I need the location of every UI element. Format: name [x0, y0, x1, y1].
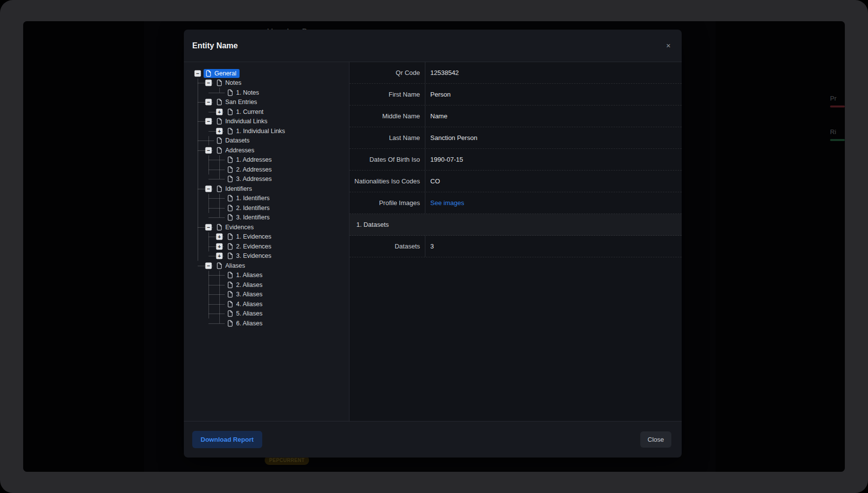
file-icon — [227, 243, 234, 250]
tree-node-addresses[interactable]: −Addresses — [192, 145, 349, 155]
collapse-icon[interactable]: − — [206, 224, 212, 230]
tree-node-content[interactable]: 3. Aliases — [225, 290, 266, 299]
close-button[interactable]: Close — [640, 431, 671, 448]
tree-node-4-aliases[interactable]: 4. Aliases — [192, 299, 349, 309]
collapse-icon[interactable]: − — [195, 70, 201, 76]
detail-value: 3 — [425, 236, 682, 257]
tree-node-content[interactable]: Addresses — [214, 146, 258, 155]
tree-node-1-addresses[interactable]: 1. Addresses — [192, 155, 349, 165]
tree-node-1-aliases[interactable]: 1. Aliases — [192, 271, 349, 281]
tree-node-3-evidences[interactable]: +3. Evidences — [192, 251, 349, 261]
tree-node-3-identifiers[interactable]: 3. Identifiers — [192, 213, 349, 223]
tree-node-label: 5. Aliases — [236, 310, 263, 317]
detail-label: Qr Code — [349, 62, 425, 83]
tree-node-content[interactable]: 1. Aliases — [225, 271, 266, 280]
tree-indent — [192, 309, 203, 319]
expand-icon[interactable]: + — [216, 243, 223, 249]
tree-node-datasets[interactable]: Datasets — [192, 136, 349, 146]
tree-switcher: + — [214, 251, 225, 261]
tree-node-1-identifiers[interactable]: 1. Identifiers — [192, 194, 349, 204]
expand-icon[interactable]: + — [216, 128, 223, 134]
tree-node-3-addresses[interactable]: 3. Addresses — [192, 175, 349, 184]
close-icon[interactable]: ✕ — [666, 43, 671, 49]
tree-node-san-entries[interactable]: −San Entries — [192, 98, 349, 107]
collapse-icon[interactable]: − — [206, 118, 212, 125]
tree-node-content[interactable]: 2. Evidences — [225, 242, 275, 251]
tree-node-content[interactable]: Notes — [214, 78, 245, 87]
collapse-icon[interactable]: − — [206, 99, 212, 106]
tree-node-1-current[interactable]: +1. Current — [192, 107, 349, 117]
file-icon — [227, 233, 234, 240]
tree-node-1-individual-links[interactable]: +1. Individual Links — [192, 126, 349, 136]
tree-node-content[interactable]: 6. Aliases — [225, 319, 266, 328]
file-icon — [227, 176, 234, 182]
tree-node-content[interactable]: 1. Evidences — [225, 232, 275, 241]
tree-node-content[interactable]: 1. Individual Links — [225, 127, 288, 136]
detail-value: 12538542 — [425, 62, 682, 83]
file-icon — [227, 291, 234, 298]
file-icon — [227, 89, 234, 96]
tree-node-notes[interactable]: −Notes — [192, 78, 349, 88]
tree-node-content[interactable]: 1. Notes — [225, 88, 263, 97]
tree-node-individual-links[interactable]: −Individual Links — [192, 117, 349, 127]
download-report-button[interactable]: Download Report — [192, 431, 262, 448]
tree-node-6-aliases[interactable]: 6. Aliases — [192, 318, 349, 328]
tree-node-content[interactable]: Individual Links — [214, 117, 271, 126]
tree-switcher: − — [203, 184, 214, 194]
tree-indent — [192, 107, 203, 117]
tree-indent — [192, 126, 203, 136]
tree-node-2-evidences[interactable]: +2. Evidences — [192, 242, 349, 251]
tree-node-content[interactable]: 1. Current — [225, 107, 267, 116]
file-icon — [216, 137, 223, 144]
tree-node-aliases[interactable]: −Aliases — [192, 261, 349, 271]
tree-node-evidences[interactable]: −Evidences — [192, 222, 349, 232]
tree-node-content[interactable]: 4. Aliases — [225, 300, 266, 309]
see-images-link[interactable]: See images — [425, 192, 682, 213]
tree-node-content[interactable]: General — [204, 69, 240, 78]
tree-node-label: Notes — [225, 79, 242, 86]
tree-node-1-notes[interactable]: 1. Notes — [192, 88, 349, 98]
tree-node-2-identifiers[interactable]: 2. Identifiers — [192, 203, 349, 213]
tree-node-5-aliases[interactable]: 5. Aliases — [192, 309, 349, 319]
expand-icon[interactable]: + — [216, 253, 223, 259]
tree-node-content[interactable]: 3. Evidences — [225, 251, 275, 260]
tree-indent — [192, 318, 203, 328]
expand-icon[interactable]: + — [216, 234, 223, 240]
entity-tree: −General−Notes1. Notes−San Entries+1. Cu… — [184, 62, 349, 421]
tree-node-content[interactable]: 3. Addresses — [225, 175, 275, 183]
tree-node-content[interactable]: 2. Addresses — [225, 165, 275, 174]
collapse-icon[interactable]: − — [206, 185, 212, 192]
tree-node-content[interactable]: 1. Addresses — [225, 155, 275, 164]
tree-node-content[interactable]: Datasets — [214, 136, 253, 145]
tree-node-1-evidences[interactable]: +1. Evidences — [192, 232, 349, 242]
tree-indent — [192, 242, 203, 251]
tree-indent — [192, 88, 203, 98]
file-icon — [216, 224, 223, 231]
tree-node-2-addresses[interactable]: 2. Addresses — [192, 165, 349, 175]
tree-node-label: 1. Current — [236, 108, 264, 115]
tree-node-content[interactable]: 5. Aliases — [225, 309, 266, 318]
tree-node-content[interactable]: San Entries — [214, 98, 261, 106]
modal-title: Entity Name — [192, 41, 238, 50]
tree-node-content[interactable]: 2. Identifiers — [225, 204, 273, 212]
detail-row: Datasets3 — [349, 236, 682, 257]
tree-node-label: 6. Aliases — [236, 320, 263, 327]
tree-switcher: − — [203, 261, 214, 271]
tree-node-content[interactable]: Evidences — [214, 223, 257, 232]
tree-switcher: − — [192, 69, 203, 78]
collapse-icon[interactable]: − — [206, 262, 212, 269]
tree-node-identifiers[interactable]: −Identifiers — [192, 184, 349, 194]
tree-indent — [192, 155, 203, 165]
tree-node-content[interactable]: 2. Aliases — [225, 281, 266, 289]
expand-icon[interactable]: + — [216, 108, 223, 115]
tree-node-content[interactable]: 3. Identifiers — [225, 213, 273, 222]
collapse-icon[interactable]: − — [206, 80, 212, 86]
tree-node-content[interactable]: Aliases — [214, 261, 248, 270]
tree-node-content[interactable]: Identifiers — [214, 184, 255, 193]
tree-node-label: Datasets — [225, 137, 249, 144]
collapse-icon[interactable]: − — [206, 147, 212, 153]
tree-node-general[interactable]: −General — [192, 69, 349, 78]
tree-node-2-aliases[interactable]: 2. Aliases — [192, 280, 349, 290]
tree-node-3-aliases[interactable]: 3. Aliases — [192, 290, 349, 300]
tree-node-content[interactable]: 1. Identifiers — [225, 194, 273, 203]
